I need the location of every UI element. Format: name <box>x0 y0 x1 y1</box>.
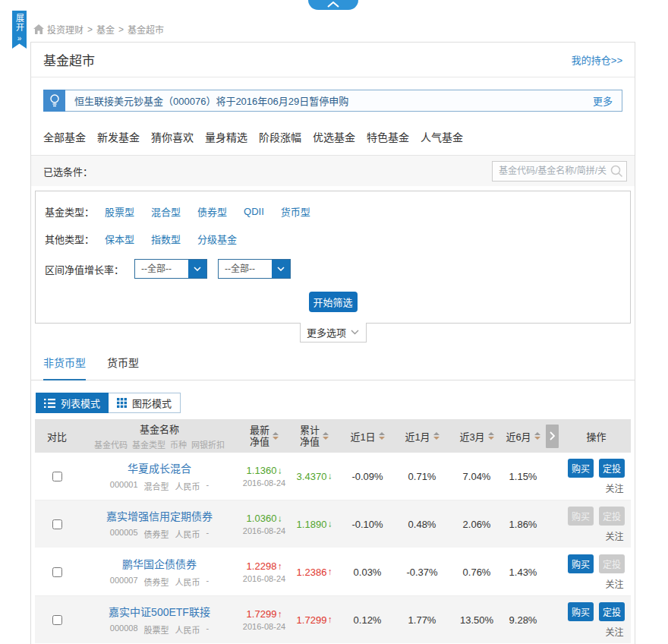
breadcrumb: 投资理财 > 基金 > 基金超市 <box>33 23 164 36</box>
return-3month: 13.50% <box>449 614 504 626</box>
buy-button[interactable]: 购买 <box>568 602 594 621</box>
header-latest-nav[interactable]: 最新 净值 <box>240 425 288 447</box>
home-icon[interactable] <box>33 24 44 34</box>
compare-checkbox[interactable] <box>52 567 62 577</box>
filter-index-type[interactable]: 指数型 <box>151 232 181 246</box>
header-3month[interactable]: 近3月 <box>449 429 504 444</box>
header-6month[interactable]: 近6月 <box>504 429 542 444</box>
return-3month: 2.06% <box>449 519 504 530</box>
filter-hybrid-type[interactable]: 混合型 <box>151 204 181 219</box>
header-1day[interactable]: 近1日 <box>340 429 395 444</box>
filter-bond-type[interactable]: 债券型 <box>197 204 227 219</box>
return-1month: -0.37% <box>395 567 449 578</box>
search-input[interactable] <box>492 161 627 182</box>
my-holdings-link[interactable]: 我的持仓>> <box>572 52 622 67</box>
breadcrumb-item[interactable]: 基金 <box>96 23 115 36</box>
tab-featured[interactable]: 特色基金 <box>367 129 409 144</box>
sort-icon[interactable] <box>323 432 329 440</box>
growth-range-select-1[interactable]: --全部-- <box>134 259 207 279</box>
growth-range-select-2[interactable]: --全部-- <box>218 259 291 279</box>
start-filter-button[interactable]: 开始筛选 <box>309 292 358 312</box>
list-mode-label: 列表模式 <box>61 396 100 410</box>
filter-capital-protected[interactable]: 保本型 <box>105 232 134 246</box>
filter-structured-fund[interactable]: 分级基金 <box>197 232 237 246</box>
table-body: 华夏成长混合 000001 混合型 人民币 - 1.1360↓ 2016-08-… <box>35 453 631 644</box>
watch-link[interactable]: 关注 <box>605 481 623 494</box>
compare-checkbox[interactable] <box>52 519 62 529</box>
chevron-down-icon[interactable] <box>188 260 206 278</box>
return-6month: 1.86% <box>504 519 542 530</box>
next-columns-button[interactable] <box>546 425 559 448</box>
tab-guess-you-like[interactable]: 猜你喜欢 <box>151 129 194 144</box>
expand-ribbon[interactable]: 展开 » <box>12 11 27 49</box>
filter-qdii-type[interactable]: QDII <box>244 206 264 217</box>
nav-date: 2016-08-24 <box>243 478 285 488</box>
aip-button[interactable]: 定投 <box>599 554 625 573</box>
aip-button[interactable]: 定投 <box>599 507 625 526</box>
tab-period-gain[interactable]: 阶段涨幅 <box>259 129 301 144</box>
return-3month: 0.76% <box>449 567 504 578</box>
fund-type: 债券型 <box>144 528 169 540</box>
latest-nav-value: 1.0360↓ <box>247 513 282 524</box>
tab-popular[interactable]: 人气基金 <box>421 129 463 144</box>
watch-link[interactable]: 关注 <box>605 529 623 542</box>
fund-name-link[interactable]: 鹏华国企债债券 <box>122 556 197 571</box>
expand-label: 展开 <box>15 14 24 32</box>
chevron-down-icon[interactable] <box>272 260 290 278</box>
page: 展开 » 投资理财 > 基金 > 基金超市 基金超市 我的持仓>> 恒生联接美元… <box>0 0 668 644</box>
more-options-label: 更多选项 <box>307 325 346 339</box>
expand-arrows: » <box>12 34 27 43</box>
fund-name-link[interactable]: 华夏成长混合 <box>128 460 191 475</box>
notice-text[interactable]: 恒生联接美元钞基金（000076）将于2016年06月29日暂停申购 <box>74 93 593 108</box>
filter-stock-type[interactable]: 股票型 <box>105 204 134 219</box>
header-acc-nav[interactable]: 累计 净值 <box>288 425 340 447</box>
watch-link[interactable]: 关注 <box>605 625 623 638</box>
aip-button[interactable]: 定投 <box>599 602 625 621</box>
compare-checkbox[interactable] <box>52 615 62 625</box>
return-1day: 0.12% <box>340 614 395 626</box>
buy-button[interactable]: 购买 <box>568 507 594 526</box>
fund-code: 000008 <box>110 623 138 636</box>
header-fund-name-label: 基金名称 <box>140 421 179 436</box>
return-1day: -0.10% <box>340 519 395 530</box>
table-row: 嘉实中证500ETF联接 000008 股票型 人民币 - 1.7299↑ 20… <box>35 596 631 644</box>
header-1month[interactable]: 近1月 <box>395 429 449 444</box>
sort-icon[interactable] <box>379 432 385 440</box>
grid-mode-button[interactable]: 图形模式 <box>109 393 181 413</box>
view-mode-switch: 列表模式 图形模式 <box>36 393 635 413</box>
compare-checkbox[interactable] <box>52 472 62 481</box>
breadcrumb-item[interactable]: 投资理财 <box>47 23 84 36</box>
filter-money-type[interactable]: 货币型 <box>281 204 310 219</box>
search-icon[interactable] <box>610 165 623 178</box>
acc-nav-value: 1.7299↑ <box>297 614 332 626</box>
trend-arrow-icon: ↑ <box>277 561 282 572</box>
collapse-panel-button[interactable] <box>308 0 358 10</box>
select-value: --全部-- <box>135 260 188 278</box>
tab-tailored[interactable]: 量身精选 <box>205 129 247 144</box>
chevron-down-icon <box>351 330 359 335</box>
tab-money-funds[interactable]: 货币型 <box>107 355 139 380</box>
filter-panel: 基金类型： 股票型 混合型 债券型 QDII 货币型 其他类型： 保本型 指数型… <box>35 191 631 324</box>
header-fund-name: 基金名称 基金代码 基金类型 币种 网银折扣 <box>79 421 240 450</box>
fund-name-link[interactable]: 嘉实中证500ETF联接 <box>109 604 210 619</box>
tab-non-money-funds[interactable]: 非货币型 <box>43 355 86 380</box>
fund-meta: 000005 债券型 人民币 - <box>110 528 209 540</box>
buy-button[interactable]: 购买 <box>568 554 594 573</box>
sort-icon[interactable] <box>534 432 540 440</box>
notice-more-link[interactable]: 更多 <box>593 93 613 108</box>
sort-icon[interactable] <box>433 432 440 440</box>
fund-name-link[interactable]: 嘉实增强信用定期债券 <box>106 508 213 523</box>
list-mode-button[interactable]: 列表模式 <box>36 393 109 413</box>
more-options-toggle[interactable]: 更多选项 <box>300 323 367 343</box>
bulb-icon <box>43 90 65 112</box>
tab-new-funds[interactable]: 新发基金 <box>97 129 140 144</box>
buy-button[interactable]: 购买 <box>568 459 594 478</box>
sort-icon[interactable] <box>273 432 279 440</box>
watch-link[interactable]: 关注 <box>605 577 623 590</box>
tab-all-funds[interactable]: 全部基金 <box>43 129 86 144</box>
aip-button[interactable]: 定投 <box>599 459 625 478</box>
nav-date: 2016-08-24 <box>243 526 285 535</box>
tab-preferred[interactable]: 优选基金 <box>313 129 355 144</box>
sort-icon[interactable] <box>488 432 494 440</box>
return-6month: 1.15% <box>504 471 542 482</box>
